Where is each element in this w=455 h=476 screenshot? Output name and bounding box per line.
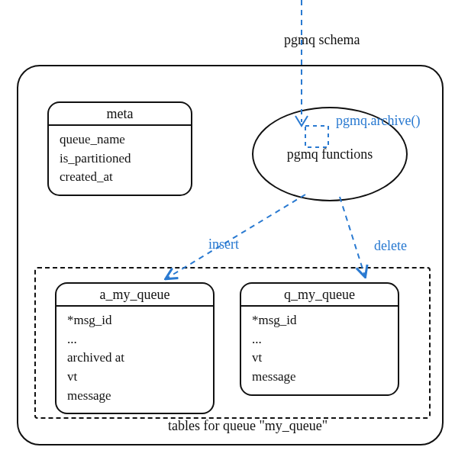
table-meta: meta queue_name is_partitioned created_a… xyxy=(47,101,192,196)
table-a-my-queue-field: archived at xyxy=(67,349,202,368)
table-a-my-queue-field: message xyxy=(67,387,202,406)
table-q-my-queue: q_my_queue *msg_id ... vt message xyxy=(240,282,399,396)
table-q-my-queue-field: *msg_id xyxy=(252,311,387,330)
table-a-my-queue-field: vt xyxy=(67,368,202,387)
table-meta-body: queue_name is_partitioned created_at xyxy=(49,126,191,195)
table-q-my-queue-field: ... xyxy=(252,330,387,349)
pgmq-functions-label: pgmq functions xyxy=(287,146,373,162)
table-meta-title: meta xyxy=(49,103,191,126)
function-call-label: pgmq.archive() xyxy=(336,113,420,129)
table-meta-field: is_partitioned xyxy=(60,150,180,169)
table-a-my-queue-field: *msg_id xyxy=(67,311,202,330)
table-meta-field: queue_name xyxy=(60,130,180,150)
table-meta-field: created_at xyxy=(60,168,180,187)
table-a-my-queue-body: *msg_id ... archived at vt message xyxy=(56,307,213,413)
table-a-my-queue-field: ... xyxy=(67,330,202,349)
arrow-insert-label: insert xyxy=(208,236,239,252)
table-a-my-queue: a_my_queue *msg_id ... archived at vt me… xyxy=(55,282,215,414)
tables-group-caption: tables for queue "my_queue" xyxy=(168,418,328,434)
arrow-delete-label: delete xyxy=(374,238,407,254)
table-q-my-queue-title: q_my_queue xyxy=(241,284,398,307)
schema-label: pgmq schema xyxy=(284,32,360,48)
table-q-my-queue-field: message xyxy=(252,368,387,387)
table-q-my-queue-body: *msg_id ... vt message xyxy=(241,307,398,394)
table-q-my-queue-field: vt xyxy=(252,349,387,368)
table-a-my-queue-title: a_my_queue xyxy=(56,284,213,307)
